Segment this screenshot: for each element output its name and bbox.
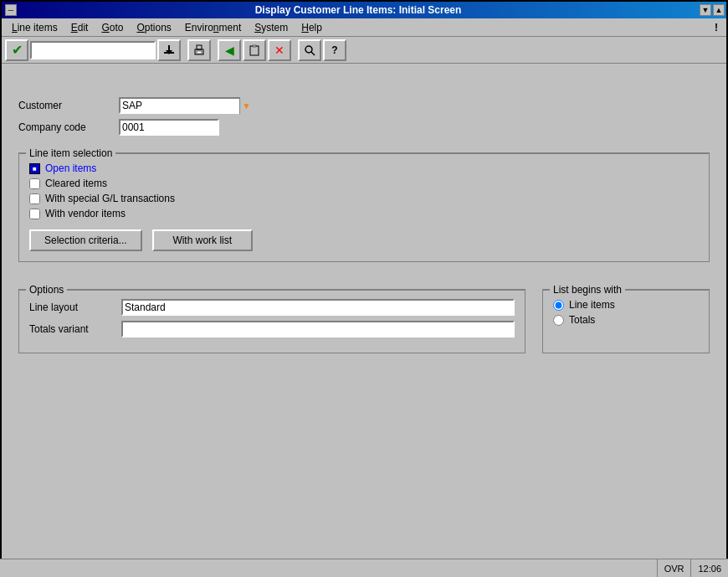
special-gl-checkbox[interactable] [29, 193, 40, 204]
line-items-radio-label[interactable]: Line items [569, 299, 615, 311]
list-begins-group: List begins with Line items Totals [542, 289, 710, 353]
with-work-list-button[interactable]: With work list [152, 229, 253, 251]
vendor-items-label[interactable]: With vendor items [45, 208, 126, 219]
status-right: OVR 12:06 [657, 559, 728, 578]
line-items-radio-row: Line items [553, 299, 699, 311]
stop-button[interactable]: ✕ [268, 39, 291, 61]
title-bar: ─ Display Customer Line Items: Initial S… [2, 2, 726, 18]
options-group-title: Options [26, 284, 67, 296]
menu-bar: Line items Edit Goto Options Environment… [2, 18, 726, 37]
svg-rect-5 [197, 51, 202, 54]
totals-variant-row: Totals variant [29, 321, 515, 337]
clipboard-button[interactable] [243, 39, 266, 61]
options-group: Options Line layout Totals variant [18, 289, 525, 353]
list-begins-title: List begins with [550, 284, 625, 296]
main-window: ─ Display Customer Line Items: Initial S… [0, 0, 728, 577]
svg-rect-2 [168, 45, 170, 51]
button-row: Selection criteria... With work list [29, 229, 699, 251]
totals-variant-input[interactable] [121, 321, 515, 337]
customer-row: Customer SAP ▼ [18, 97, 710, 114]
open-items-checkbox-icon[interactable]: ■ [29, 163, 40, 174]
special-gl-label[interactable]: With special G/L transactions [45, 193, 175, 204]
help-button[interactable]: ? [323, 39, 346, 61]
totals-radio-label[interactable]: Totals [569, 314, 595, 326]
selection-criteria-button[interactable]: Selection criteria... [29, 229, 142, 251]
customer-dropdown-arrow[interactable]: ▼ [239, 97, 253, 114]
maximize-button[interactable]: ▲ [713, 4, 725, 16]
svg-line-9 [311, 52, 315, 55]
totals-variant-label: Totals variant [29, 323, 121, 335]
status-bar: OVR 12:06 [0, 559, 728, 577]
cleared-items-checkbox[interactable] [29, 178, 40, 189]
minimize-button[interactable]: ▼ [700, 4, 711, 16]
line-items-radio[interactable] [553, 300, 564, 311]
svg-point-8 [305, 46, 312, 53]
menu-item-system[interactable]: System [248, 20, 295, 35]
svg-rect-7 [253, 45, 256, 47]
menu-item-edit[interactable]: Edit [64, 20, 95, 35]
time-display: 12:06 [690, 559, 728, 578]
window-title: Display Customer Line Items: Initial Scr… [255, 4, 462, 16]
company-code-field[interactable]: 0001 [119, 119, 219, 136]
line-layout-row: Line layout [29, 299, 515, 316]
special-gl-row: With special G/L transactions [29, 193, 699, 204]
vendor-items-checkbox[interactable] [29, 209, 40, 219]
menu-exclaim: ! [715, 22, 723, 33]
toolbar: ✔ ◀ ✕ ? [2, 37, 726, 64]
cleared-items-row: Cleared items [29, 178, 699, 189]
menu-item-help[interactable]: Help [295, 20, 329, 35]
open-items-label[interactable]: Open items [45, 162, 96, 174]
checkmark-button[interactable]: ✔ [5, 39, 28, 61]
back-button[interactable]: ◀ [218, 39, 241, 61]
cleared-items-label[interactable]: Cleared items [45, 178, 107, 189]
customer-value: SAP [122, 100, 142, 111]
menu-item-options[interactable]: Options [130, 20, 177, 35]
download-button[interactable] [157, 39, 181, 61]
svg-rect-4 [197, 45, 202, 49]
ovr-indicator: OVR [657, 559, 691, 578]
company-code-label: Company code [18, 121, 119, 133]
vendor-items-row: With vendor items [29, 208, 699, 219]
line-layout-input[interactable] [121, 299, 515, 316]
system-menu-button[interactable]: ─ [5, 4, 17, 16]
menu-item-goto[interactable]: Goto [95, 20, 130, 35]
main-content: Customer SAP ▼ Company code 0001 Line it… [2, 64, 726, 560]
print-button[interactable] [187, 39, 211, 61]
company-code-row: Company code 0001 [18, 119, 710, 136]
menu-item-line-items[interactable]: Line items [5, 20, 64, 35]
customer-field[interactable]: SAP [119, 97, 253, 114]
customer-label: Customer [18, 100, 119, 111]
open-items-row: ■ Open items [29, 162, 699, 174]
line-layout-label: Line layout [29, 301, 121, 313]
svg-rect-6 [250, 46, 259, 55]
command-input[interactable] [30, 41, 156, 59]
bottom-section: Options Line layout Totals variant List … [18, 276, 710, 353]
company-code-value: 0001 [122, 121, 145, 133]
menu-item-environment[interactable]: Environment [178, 20, 248, 35]
line-item-selection-title: Line item selection [26, 147, 115, 159]
line-item-selection-group: Line item selection ■ Open items Cleared… [18, 152, 710, 262]
totals-radio[interactable] [553, 315, 564, 326]
totals-radio-row: Totals [553, 314, 699, 326]
find-button[interactable] [298, 39, 321, 61]
